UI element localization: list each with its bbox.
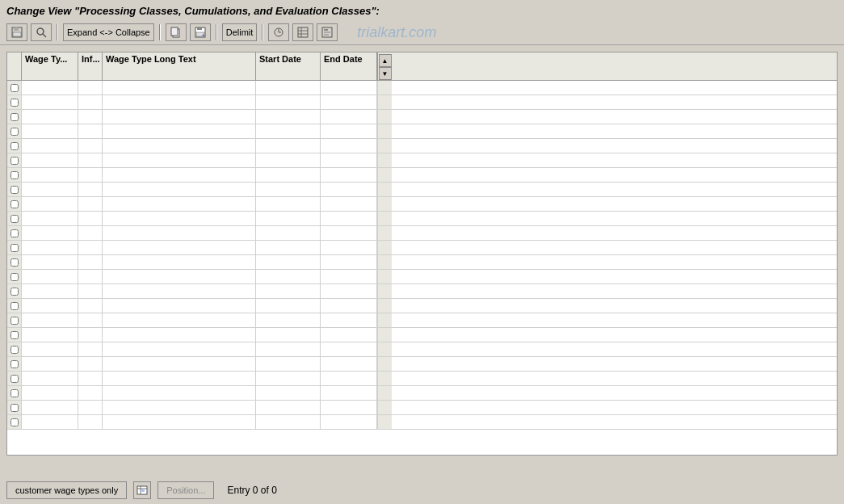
table-row[interactable] — [7, 357, 837, 372]
row-checkbox[interactable] — [10, 171, 19, 179]
row-checkbox[interactable] — [10, 360, 19, 368]
table-row[interactable] — [7, 197, 837, 212]
row-selector[interactable] — [7, 342, 22, 356]
table-row[interactable] — [7, 386, 837, 401]
row-checkbox[interactable] — [10, 404, 19, 412]
row-selector[interactable] — [7, 226, 22, 240]
table-row[interactable] — [7, 110, 837, 124]
table-row[interactable] — [7, 153, 837, 168]
copy-button[interactable] — [166, 23, 187, 41]
scroll-up-arrow[interactable]: ▲ — [379, 54, 392, 67]
row-checkbox[interactable] — [10, 375, 19, 383]
cell-long-text — [103, 342, 256, 356]
row-selector[interactable] — [7, 168, 22, 182]
row-checkbox[interactable] — [10, 186, 19, 194]
row-checkbox[interactable] — [10, 84, 19, 92]
delimit-button[interactable]: Delimit — [222, 23, 258, 41]
table-row[interactable] — [7, 415, 837, 430]
row-selector[interactable] — [7, 95, 22, 109]
table-row[interactable] — [7, 124, 837, 139]
table-row[interactable] — [7, 81, 837, 95]
table-row[interactable] — [7, 241, 837, 255]
row-checkbox[interactable] — [10, 200, 19, 208]
row-selector[interactable] — [7, 139, 22, 153]
row-selector[interactable] — [7, 372, 22, 385]
table-row[interactable] — [7, 313, 837, 328]
cell-wage-type — [22, 139, 78, 153]
table-row[interactable] — [7, 95, 837, 110]
table-row[interactable] — [7, 299, 837, 313]
save-copy-button[interactable]: + — [190, 23, 211, 41]
row-selector[interactable] — [7, 212, 22, 225]
row-selector[interactable] — [7, 415, 22, 429]
row-checkbox[interactable] — [10, 244, 19, 252]
row-checkbox[interactable] — [10, 99, 19, 107]
toolbar: Expand <-> Collapse + — [0, 20, 844, 45]
main-window: Change View "Processing Classes, Cumulat… — [0, 0, 844, 504]
page-title: Change View "Processing Classes, Cumulat… — [6, 5, 380, 17]
save-button[interactable] — [6, 23, 27, 41]
row-checkbox[interactable] — [10, 128, 19, 136]
find-button[interactable] — [31, 23, 52, 41]
row-selector[interactable] — [7, 313, 22, 327]
position-icon[interactable] — [133, 481, 151, 499]
table-row[interactable] — [7, 212, 837, 226]
customer-wage-types-button[interactable]: customer wage types only — [6, 481, 127, 499]
table-row[interactable] — [7, 342, 837, 357]
table-row[interactable] — [7, 328, 837, 342]
row-scroll-col — [377, 255, 392, 269]
table-view-button[interactable] — [292, 23, 313, 41]
table-row[interactable] — [7, 183, 837, 197]
row-checkbox[interactable] — [10, 302, 19, 310]
row-selector[interactable] — [7, 255, 22, 269]
row-selector[interactable] — [7, 153, 22, 167]
row-checkbox[interactable] — [10, 258, 19, 267]
cell-wage-type — [22, 328, 78, 342]
row-checkbox[interactable] — [10, 273, 19, 281]
separator-3 — [216, 24, 217, 40]
row-checkbox[interactable] — [10, 142, 19, 150]
cell-long-text — [103, 255, 256, 269]
position-button[interactable]: Position... — [157, 481, 214, 499]
history-button[interactable] — [268, 23, 289, 41]
row-checkbox[interactable] — [10, 157, 19, 165]
scroll-down-arrow[interactable]: ▼ — [379, 67, 392, 80]
expand-collapse-button[interactable]: Expand <-> Collapse — [63, 23, 154, 41]
row-selector[interactable] — [7, 357, 22, 371]
row-checkbox[interactable] — [10, 288, 19, 296]
row-selector[interactable] — [7, 81, 22, 94]
row-selector[interactable] — [7, 183, 22, 196]
row-scroll-col — [377, 212, 392, 225]
row-selector[interactable] — [7, 284, 22, 298]
row-checkbox[interactable] — [10, 229, 19, 237]
row-selector[interactable] — [7, 241, 22, 254]
row-selector[interactable] — [7, 110, 22, 124]
cell-end-date — [321, 328, 377, 342]
table-row[interactable] — [7, 284, 837, 299]
table-row[interactable] — [7, 401, 837, 415]
row-checkbox[interactable] — [10, 389, 19, 397]
separator-1 — [57, 24, 58, 40]
row-selector[interactable] — [7, 270, 22, 284]
row-selector[interactable] — [7, 197, 22, 211]
table-row[interactable] — [7, 168, 837, 183]
cell-long-text — [103, 81, 256, 94]
table-row[interactable] — [7, 226, 837, 241]
row-checkbox[interactable] — [10, 418, 19, 426]
row-checkbox[interactable] — [10, 346, 19, 354]
refresh-button[interactable] — [317, 23, 338, 41]
row-selector[interactable] — [7, 386, 22, 400]
row-selector[interactable] — [7, 299, 22, 313]
row-checkbox[interactable] — [10, 215, 19, 223]
row-checkbox[interactable] — [10, 331, 19, 339]
row-checkbox[interactable] — [10, 317, 19, 325]
table-row[interactable] — [7, 139, 837, 153]
table-row[interactable] — [7, 255, 837, 270]
row-checkbox[interactable] — [10, 113, 19, 121]
row-selector[interactable] — [7, 401, 22, 414]
row-selector[interactable] — [7, 328, 22, 342]
table-row[interactable] — [7, 372, 837, 386]
table-row[interactable] — [7, 270, 837, 284]
row-selector[interactable] — [7, 124, 22, 138]
cell-wage-type — [22, 95, 78, 109]
